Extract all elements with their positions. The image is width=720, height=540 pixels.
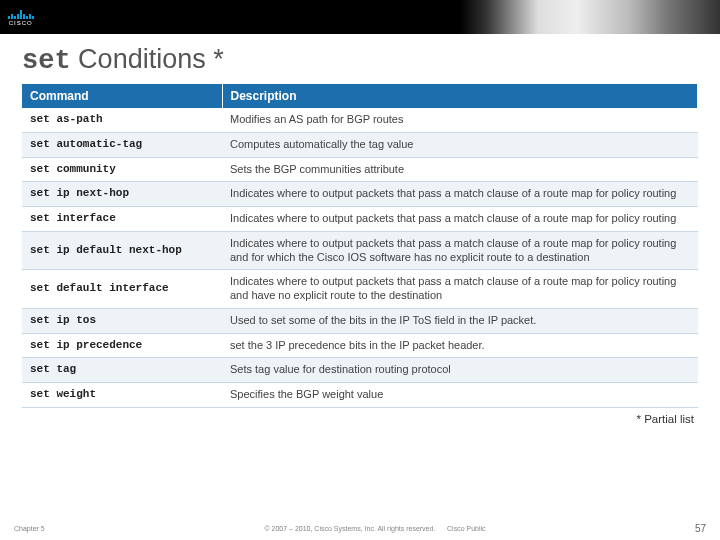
command-cell: set automatic-tag [22, 132, 222, 157]
table-row: set automatic-tagComputes automatically … [22, 132, 698, 157]
cisco-logo-text: CISCO [9, 20, 33, 26]
footer: Chapter 5 © 2007 – 2010, Cisco Systems, … [0, 523, 720, 534]
description-cell: Used to set some of the bits in the IP T… [222, 308, 698, 333]
table-row: set tagSets tag value for destination ro… [22, 358, 698, 383]
top-band: CISCO [0, 0, 720, 34]
description-cell: Indicates where to output packets that p… [222, 231, 698, 270]
table-row: set as-pathModifies an AS path for BGP r… [22, 108, 698, 132]
cisco-logo-bars [8, 9, 34, 19]
description-cell: Indicates where to output packets that p… [222, 182, 698, 207]
commands-table: Command Description set as-pathModifies … [22, 84, 698, 408]
description-cell: Computes automatically the tag value [222, 132, 698, 157]
footnote: * Partial list [0, 408, 720, 425]
header-description: Description [222, 84, 698, 108]
table-row: set weightSpecifies the BGP weight value [22, 383, 698, 408]
table-row: set ip next-hopIndicates where to output… [22, 182, 698, 207]
header-photo [460, 0, 720, 34]
page-title: set Conditions * [0, 34, 720, 84]
command-cell: set ip tos [22, 308, 222, 333]
description-cell: Specifies the BGP weight value [222, 383, 698, 408]
header-command: Command [22, 84, 222, 108]
footer-mid: © 2007 – 2010, Cisco Systems, Inc. All r… [74, 525, 676, 532]
command-cell: set tag [22, 358, 222, 383]
table-wrap: Command Description set as-pathModifies … [0, 84, 720, 408]
command-cell: set ip default next-hop [22, 231, 222, 270]
description-cell: Indicates where to output packets that p… [222, 207, 698, 232]
footer-page: 57 [676, 523, 706, 534]
table-row: set communitySets the BGP communities at… [22, 157, 698, 182]
table-row: set ip precedenceset the 3 IP precedence… [22, 333, 698, 358]
footer-chapter: Chapter 5 [14, 525, 74, 532]
description-cell: Modifies an AS path for BGP routes [222, 108, 698, 132]
table-row: set ip default next-hopIndicates where t… [22, 231, 698, 270]
table-row: set default interfaceIndicates where to … [22, 270, 698, 309]
command-cell: set interface [22, 207, 222, 232]
command-cell: set ip next-hop [22, 182, 222, 207]
title-prefix: set [22, 46, 71, 76]
command-cell: set default interface [22, 270, 222, 309]
title-suffix: Conditions * [71, 44, 224, 74]
table-row: set ip tosUsed to set some of the bits i… [22, 308, 698, 333]
cisco-logo: CISCO [8, 9, 34, 26]
description-cell: Sets tag value for destination routing p… [222, 358, 698, 383]
description-cell: Sets the BGP communities attribute [222, 157, 698, 182]
footer-copyright: © 2007 – 2010, Cisco Systems, Inc. All r… [264, 525, 435, 532]
command-cell: set as-path [22, 108, 222, 132]
command-cell: set weight [22, 383, 222, 408]
description-cell: Indicates where to output packets that p… [222, 270, 698, 309]
command-cell: set ip precedence [22, 333, 222, 358]
command-cell: set community [22, 157, 222, 182]
description-cell: set the 3 IP precedence bits in the IP p… [222, 333, 698, 358]
table-row: set interfaceIndicates where to output p… [22, 207, 698, 232]
footer-public: Cisco Public [447, 525, 486, 532]
